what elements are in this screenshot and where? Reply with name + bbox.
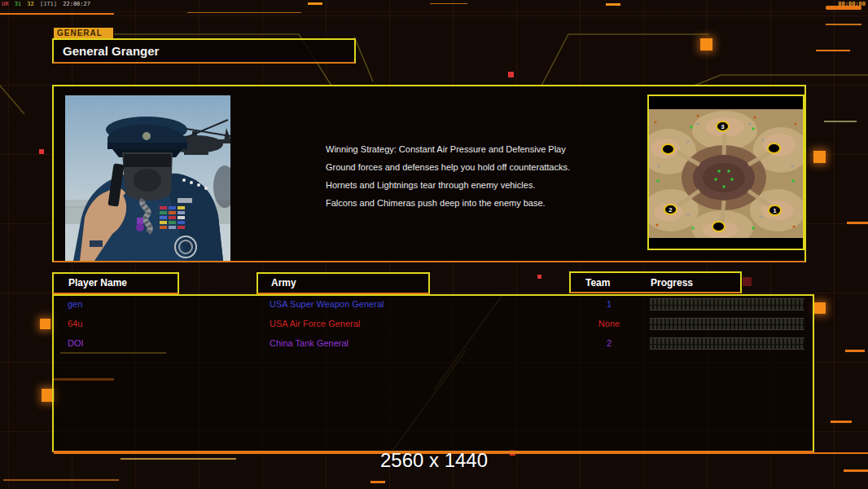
map-spawn-unnumbered — [767, 143, 781, 154]
player-row: gen USA Super Weapon General 1 — [54, 298, 813, 311]
resolution-label: 2560 x 1440 — [0, 449, 868, 472]
fps-overlay-segment: 32 — [27, 1, 33, 7]
deco-square — [743, 277, 752, 286]
deco-square — [508, 72, 514, 77]
deco-square — [813, 151, 826, 163]
strategy-line: Ground forces and defenses help you hold… — [326, 163, 570, 172]
deco-dash — [845, 350, 865, 352]
load-progress-bar — [650, 318, 804, 330]
player-army: USA Air Force General — [270, 318, 360, 330]
deco-dash — [370, 481, 385, 483]
map-preview: 3 2 1 — [647, 95, 804, 250]
map-spawn-1: 1 — [768, 205, 782, 216]
fps-overlay-segment: [1T1] — [40, 1, 57, 7]
deco-dash — [824, 121, 857, 122]
player-list-panel: gen USA Super Weapon General 1 64u USA A… — [52, 294, 814, 452]
column-header-player-name: Player Name — [52, 272, 179, 294]
general-name-box: General Granger — [52, 38, 356, 64]
strategy-line: Winning Strategy: Constant Air Pressure … — [326, 145, 570, 154]
player-name: gen — [68, 298, 82, 311]
deco-dash — [831, 421, 852, 423]
deco-dash — [3, 479, 119, 481]
player-row: 64u USA Air Force General None — [54, 318, 813, 331]
map-spawn-unnumbered — [712, 221, 726, 232]
column-header-team-progress: Team Progress — [569, 271, 742, 293]
deco-dash — [0, 13, 114, 15]
fps-overlay: UR 31 32 [1T1] 22:00:27 — [2, 1, 93, 7]
column-header-team: Team — [585, 273, 610, 293]
deco-square — [814, 302, 826, 314]
deco-dash — [606, 3, 620, 6]
fps-overlay-segment: UR — [2, 1, 8, 7]
player-team: None — [585, 318, 633, 330]
player-army: China Tank General — [270, 337, 349, 350]
load-progress-bar — [650, 298, 804, 311]
fps-overlay-segment: 31 — [15, 1, 21, 7]
player-army: USA Super Weapon General — [270, 298, 384, 311]
general-portrait — [65, 95, 230, 261]
column-header-progress: Progress — [651, 273, 693, 293]
deco-dash — [816, 50, 850, 51]
general-tab-label: GENERAL — [54, 28, 113, 38]
map-spawn-3: 3 — [716, 121, 730, 132]
player-name: DOI — [68, 337, 84, 350]
generals-loading-screen: UR 31 32 [1T1] 22:00:27 00:00:00 GENERAL… — [0, 0, 868, 489]
deco-square — [537, 275, 541, 279]
strategy-text: Winning Strategy: Constant Air Pressure … — [326, 145, 570, 217]
game-timer: 00:00:00 — [838, 1, 866, 7]
deco-dash — [826, 24, 861, 25]
general-portrait-art — [65, 95, 230, 261]
deco-square — [700, 38, 712, 51]
deco-dash — [847, 222, 868, 224]
deco-dash — [187, 12, 301, 13]
map-spawn-2: 2 — [664, 204, 677, 215]
strategy-line: Falcons and Chimeras push deep into the … — [326, 199, 570, 208]
map-spawn-unnumbered — [661, 143, 675, 155]
player-team: 2 — [585, 337, 633, 350]
load-progress-bar — [650, 337, 804, 350]
strategy-line: Hornets and Lightnings tear through enem… — [326, 181, 570, 190]
deco-square — [40, 319, 50, 329]
deco-dash — [430, 3, 467, 4]
deco-dash — [308, 2, 322, 5]
map-terrain: 3 2 1 — [649, 109, 803, 238]
fps-overlay-segment: 22:00:27 — [63, 1, 90, 7]
deco-square — [39, 149, 44, 154]
player-name: 64u — [68, 318, 82, 330]
column-header-army: Army — [256, 272, 430, 294]
player-row: DOI China Tank General 2 — [54, 337, 813, 350]
player-team: 1 — [585, 298, 633, 311]
